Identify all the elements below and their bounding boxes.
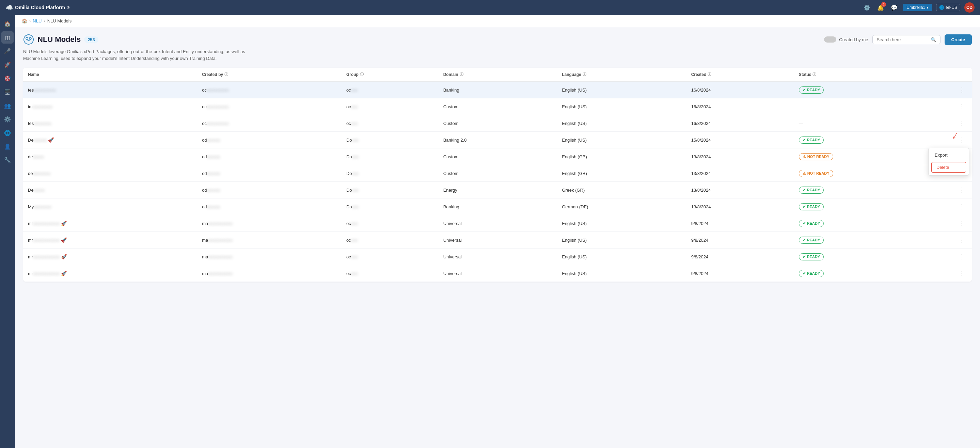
content-area: 🏠 › NLU › NLU Models NLU Models: [15, 15, 980, 448]
target-icon: 🎯: [4, 75, 11, 82]
check-icon: ✔: [803, 188, 806, 192]
cell-name: mrxxxxxxxxxxxx 🚀: [23, 232, 197, 248]
language-info-icon[interactable]: ⓘ: [582, 72, 586, 77]
domain-info-icon[interactable]: ⓘ: [460, 72, 463, 77]
top-nav-right: ⚙️ 🔔 1 💬 Umbrella1 ▾ 🌐 en-US OD: [862, 2, 975, 13]
breadcrumb-nlu[interactable]: NLU: [33, 18, 41, 24]
cell-status: ✔ READY: [794, 199, 952, 215]
table-row: imxxxxxxxxxocxxxxxxxxxxocxxxCustomEnglis…: [23, 98, 972, 115]
workspace-selector[interactable]: Umbrella1 ▾: [903, 4, 932, 11]
sidebar-item-rocket[interactable]: 🚀: [2, 59, 14, 71]
th-name-label: Name: [28, 72, 39, 77]
page-title-row: NLU Models 253: [23, 34, 99, 45]
cell-created-by: ocxxxxxxxxxx: [197, 115, 342, 132]
table-row: mrxxxxxxxxxxxx 🚀maxxxxxxxxxxxocxxxUniver…: [23, 232, 972, 248]
name-blurred: xxxxxx: [34, 138, 47, 143]
more-menu-button[interactable]: ⋮: [957, 219, 967, 228]
name-blurred: xxxxx: [33, 154, 44, 159]
table-row: DexxxxxodxxxxxxDoxxxEnergyGreek (GR)13/8…: [23, 182, 972, 199]
settings2-icon: 🔧: [4, 157, 11, 164]
more-menu-button[interactable]: ⋮: [957, 202, 967, 211]
cell-language: English (GB): [557, 148, 686, 165]
cell-created-by: odxxxxxx: [197, 199, 342, 215]
sidebar-item-layers[interactable]: ◫: [2, 31, 14, 44]
search-input[interactable]: [877, 37, 928, 42]
more-menu-button[interactable]: ⋮: [957, 119, 967, 128]
group-info-icon[interactable]: ⓘ: [360, 72, 364, 77]
th-actions: [952, 68, 972, 81]
name-prefix: De: [28, 138, 34, 143]
settings-icon-btn[interactable]: ⚙️: [862, 3, 872, 12]
cell-actions: ⋮: [952, 98, 972, 115]
messages-btn[interactable]: 💬: [889, 3, 899, 12]
breadcrumb-home-icon[interactable]: 🏠: [22, 18, 27, 24]
cell-domain: Custom: [439, 98, 557, 115]
more-menu-button[interactable]: ⋮: [957, 186, 967, 194]
cell-created-date: 13/8/2024: [686, 182, 794, 199]
rocket-indicator: 🚀: [61, 254, 67, 259]
created-info-icon[interactable]: ⓘ: [708, 72, 711, 77]
notification-badge: 1: [881, 2, 886, 7]
created-by-info-icon[interactable]: ⓘ: [224, 72, 228, 77]
sidebar-item-home[interactable]: 🏠: [2, 18, 14, 30]
cell-domain: Custom: [439, 115, 557, 132]
cell-status: ✔ READY: [794, 248, 952, 265]
created-by-me-toggle[interactable]: [824, 37, 836, 43]
cell-created-by: maxxxxxxxxxxx: [197, 232, 342, 248]
cell-actions: ⋮: [952, 265, 972, 282]
more-menu-button[interactable]: ⋮: [957, 235, 967, 245]
cell-actions: ⋮: [952, 232, 972, 248]
sidebar-item-users[interactable]: 👥: [2, 99, 14, 112]
more-menu-button[interactable]: ⋮: [957, 269, 967, 278]
name-prefix: mr: [28, 271, 33, 276]
cell-name: dexxxxxxxx: [23, 165, 197, 182]
status-info-icon[interactable]: ⓘ: [813, 72, 816, 77]
context-menu-delete[interactable]: Delete: [931, 162, 966, 173]
cell-language: English (US): [557, 132, 686, 148]
cell-group: Doxxx: [342, 199, 439, 215]
status-badge-ready: ✔ READY: [799, 203, 824, 210]
name-prefix: mr: [28, 221, 33, 226]
sidebar-item-target[interactable]: 🎯: [2, 72, 14, 84]
name-prefix: im: [28, 104, 33, 109]
more-menu-button[interactable]: ⋮: [957, 102, 967, 111]
cell-created-date: 16/8/2024: [686, 98, 794, 115]
cell-created-date: 9/8/2024: [686, 215, 794, 232]
status-badge-none: —: [799, 121, 803, 126]
cell-group: ocxxx: [342, 81, 439, 98]
status-badge-ready: ✔ READY: [799, 220, 824, 227]
context-menu-export[interactable]: Export: [929, 149, 969, 161]
sidebar-item-monitor[interactable]: 🖥️: [2, 86, 14, 98]
cell-status: ✔ READY: [794, 232, 952, 248]
sidebar-item-gear[interactable]: ⚙️: [2, 113, 14, 125]
cell-created-date: 13/8/2024: [686, 165, 794, 182]
search-box: 🔍: [872, 35, 940, 44]
notification-btn[interactable]: 🔔 1: [876, 3, 885, 12]
rocket-indicator: 🚀: [61, 271, 67, 276]
sidebar-item-globe[interactable]: 🌐: [2, 127, 14, 139]
language-selector[interactable]: 🌐 en-US: [936, 4, 960, 11]
table-body: tesxxxxxxxxxxocxxxxxxxxxxocxxxBankingEng…: [23, 81, 972, 282]
more-menu-button[interactable]: ⋮: [957, 135, 967, 145]
cell-domain: Banking: [439, 199, 557, 215]
warning-icon: ⚠: [803, 171, 806, 176]
cell-name: mrxxxxxxxxxxxx 🚀: [23, 215, 197, 232]
status-badge-ready: ✔ READY: [799, 270, 824, 277]
more-menu-button[interactable]: ⋮: [957, 86, 967, 94]
cell-created-by: ocxxxxxxxxxx: [197, 98, 342, 115]
sidebar-item-mic[interactable]: 🎤: [2, 45, 14, 57]
more-menu-button[interactable]: ⋮: [957, 252, 967, 261]
cell-name: imxxxxxxxxx: [23, 98, 197, 115]
page-content: NLU Models 253 Created by me 🔍 Create: [15, 27, 980, 448]
cell-created-date: 9/8/2024: [686, 232, 794, 248]
name-prefix: tes: [28, 121, 34, 126]
sidebar-item-person[interactable]: 👤: [2, 140, 14, 153]
user-avatar[interactable]: OD: [964, 2, 975, 13]
cell-created-date: 13/8/2024: [686, 148, 794, 165]
sidebar-item-settings2[interactable]: 🔧: [2, 154, 14, 166]
create-button[interactable]: Create: [945, 34, 972, 45]
cell-domain: Energy: [439, 182, 557, 199]
cell-actions: ⋮: [952, 199, 972, 215]
th-created-by-label: Created by: [202, 72, 223, 77]
cell-actions: ⋮: [952, 81, 972, 98]
